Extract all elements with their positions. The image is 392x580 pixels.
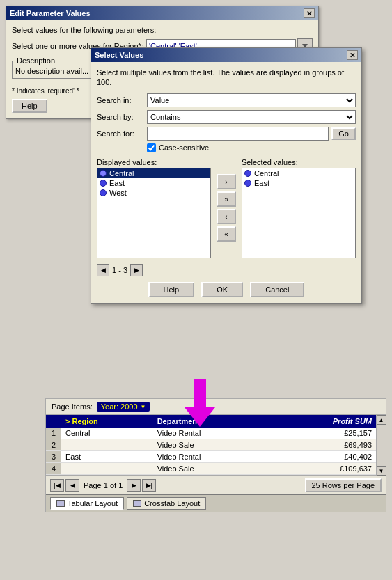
search-in-row: Search in: Value bbox=[97, 93, 356, 107]
page-next-button[interactable]: ▶ bbox=[130, 264, 143, 276]
row-num: 1 bbox=[46, 428, 61, 439]
table-row: 1 Central Video Rental £25,157 bbox=[46, 428, 376, 439]
list-item[interactable]: Central bbox=[242, 168, 355, 178]
select-values-titlebar: Select Values ✕ bbox=[91, 48, 361, 62]
move-all-right-button[interactable]: » bbox=[217, 191, 236, 207]
displayed-values-label: Displayed values: bbox=[97, 158, 211, 166]
search-in-select[interactable]: Value bbox=[147, 93, 356, 107]
search-for-row: Search for: Go bbox=[97, 127, 356, 141]
tab-tabular-label: Tabular Layout bbox=[68, 499, 118, 508]
bullet-icon bbox=[100, 180, 107, 187]
selected-values-list: Central East bbox=[242, 168, 356, 258]
bullet-icon bbox=[244, 170, 251, 177]
table-row: 3 East Video Rental £40,402 bbox=[46, 451, 376, 463]
cell-region bbox=[61, 463, 153, 475]
nav-first-button[interactable]: |◀ bbox=[50, 479, 64, 492]
nav-last-button[interactable]: ▶| bbox=[142, 479, 156, 492]
list-item[interactable]: East bbox=[97, 178, 210, 188]
col-profit: Profit SUM bbox=[269, 415, 376, 428]
page-items-bar: Page Items: Year: 2000 ▼ bbox=[46, 399, 386, 415]
list-item[interactable]: West bbox=[97, 188, 210, 198]
table-row: 4 Video Sale £109,637 bbox=[46, 463, 376, 475]
page-label: Page 1 of 1 bbox=[84, 481, 123, 489]
sv-pagination: ◀ 1 - 3 ▶ bbox=[97, 264, 356, 276]
cell-profit: £25,157 bbox=[269, 428, 376, 439]
select-values-close-button[interactable]: ✕ bbox=[347, 50, 358, 60]
lists-area: Displayed values: Central East West bbox=[97, 158, 356, 258]
col-region: > Region bbox=[61, 415, 153, 428]
cell-dept: Video Rental bbox=[153, 451, 270, 463]
bullet-icon bbox=[244, 180, 251, 187]
arrow-shaft bbox=[194, 379, 206, 407]
move-left-button[interactable]: ‹ bbox=[217, 209, 236, 224]
transfer-buttons: › » ‹ « bbox=[214, 158, 239, 258]
crosstab-layout-icon bbox=[133, 500, 141, 507]
search-by-row: Search by: Contains bbox=[97, 110, 356, 124]
search-by-label: Search by: bbox=[97, 113, 147, 121]
tab-crosstab-layout[interactable]: Crosstab Layout bbox=[127, 497, 206, 510]
cell-profit: £40,402 bbox=[269, 451, 376, 463]
cell-region bbox=[61, 439, 153, 451]
case-sensitive-label: Case-sensitive bbox=[159, 143, 209, 152]
select-values-title: Select Values bbox=[95, 51, 143, 59]
arrow-indicator bbox=[185, 379, 215, 427]
cell-dept: Video Sale bbox=[153, 463, 270, 475]
cell-profit: £69,493 bbox=[269, 439, 376, 451]
nav-buttons: |◀ ◀ Page 1 of 1 ▶ ▶| bbox=[50, 479, 156, 492]
search-by-select[interactable]: Contains bbox=[147, 110, 356, 124]
list-item[interactable]: East bbox=[242, 178, 355, 188]
table-row: 2 Video Sale £69,493 bbox=[46, 439, 376, 451]
sv-buttons: Help OK Cancel bbox=[97, 282, 356, 297]
cell-region: East bbox=[61, 451, 153, 463]
tab-tabular-layout[interactable]: Tabular Layout bbox=[50, 497, 124, 510]
page-prev-button[interactable]: ◀ bbox=[97, 264, 109, 276]
col-expand bbox=[46, 415, 61, 428]
row-num: 4 bbox=[46, 463, 61, 475]
scrollbar-down-button[interactable]: ▼ bbox=[377, 466, 386, 476]
cell-dept: Video Rental bbox=[153, 428, 270, 439]
search-for-input[interactable] bbox=[147, 127, 329, 141]
move-all-left-button[interactable]: « bbox=[217, 226, 236, 242]
displayed-values-section: Displayed values: Central East West bbox=[97, 158, 211, 258]
tabular-layout-icon bbox=[56, 500, 65, 507]
sv-instructions: Select multiple values from the list. Th… bbox=[97, 68, 356, 88]
year-badge-text: Year: 2000 bbox=[101, 402, 138, 411]
bullet-icon bbox=[100, 170, 107, 177]
list-item[interactable]: Central bbox=[97, 168, 210, 178]
report-area: Page Items: Year: 2000 ▼ > Region Depart… bbox=[45, 398, 386, 512]
table-scrollbar: ▲ ▼ bbox=[376, 415, 386, 476]
move-right-button[interactable]: › bbox=[217, 174, 236, 189]
edit-param-instructions: Select values for the following paramete… bbox=[12, 26, 313, 34]
description-legend: Description bbox=[15, 56, 56, 65]
selected-values-section: Selected values: Central East bbox=[242, 158, 356, 258]
case-sensitive-row: Case-sensitive bbox=[97, 143, 356, 152]
edit-param-close-button[interactable]: ✕ bbox=[304, 8, 315, 18]
nav-next-button[interactable]: ▶ bbox=[127, 479, 141, 492]
page-info: 1 - 3 bbox=[112, 266, 127, 274]
search-for-label: Search for: bbox=[97, 130, 147, 138]
scrollbar-up-button[interactable]: ▲ bbox=[377, 415, 386, 425]
bullet-icon bbox=[100, 189, 107, 196]
sv-help-button[interactable]: Help bbox=[148, 282, 195, 297]
rows-per-page-button[interactable]: 25 Rows per Page bbox=[305, 478, 382, 492]
report-nav: |◀ ◀ Page 1 of 1 ▶ ▶| 25 Rows per Page bbox=[46, 476, 386, 494]
layout-tabs: Tabular Layout Crosstab Layout bbox=[46, 494, 386, 512]
year-badge[interactable]: Year: 2000 ▼ bbox=[97, 402, 150, 412]
nav-prev-button[interactable]: ◀ bbox=[65, 479, 79, 492]
row-num: 3 bbox=[46, 451, 61, 463]
row-num: 2 bbox=[46, 439, 61, 451]
selected-values-label: Selected values: bbox=[242, 158, 356, 166]
case-sensitive-checkbox[interactable] bbox=[147, 143, 156, 152]
table-with-scroll: > Region Department Profit SUM 1 Central… bbox=[46, 415, 386, 476]
page-items-label: Page Items: bbox=[52, 402, 93, 411]
sv-ok-button[interactable]: OK bbox=[201, 282, 243, 297]
displayed-values-list: Central East West bbox=[97, 168, 211, 258]
edit-param-titlebar: Edit Parameter Values ✕ bbox=[6, 6, 318, 20]
cell-region: Central bbox=[61, 428, 153, 439]
dropdown-arrow-icon: ▼ bbox=[141, 404, 146, 410]
edit-param-help-button[interactable]: Help bbox=[12, 99, 47, 113]
cell-profit: £109,637 bbox=[269, 463, 376, 475]
search-in-label: Search in: bbox=[97, 96, 147, 104]
go-button[interactable]: Go bbox=[331, 127, 356, 140]
sv-cancel-button[interactable]: Cancel bbox=[250, 282, 304, 297]
